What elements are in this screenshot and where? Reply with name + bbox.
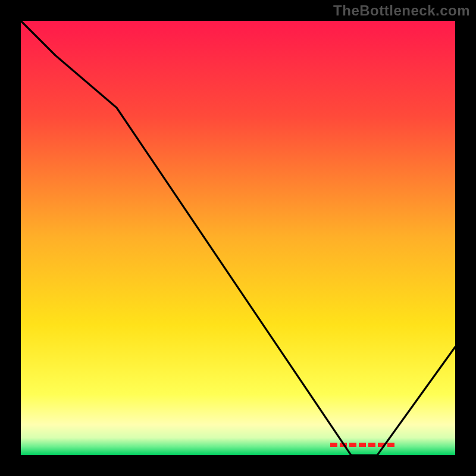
chart-svg [0,0,476,476]
chart-plot-area [21,21,455,455]
svg-rect-3 [349,443,356,447]
svg-rect-5 [368,443,375,447]
optimum-marker [330,443,400,447]
chart-stage: TheBottleneck.com [0,0,476,476]
svg-rect-7 [387,443,394,447]
watermark-text: TheBottleneck.com [333,2,470,19]
svg-rect-4 [359,443,366,447]
svg-rect-1 [330,443,337,447]
